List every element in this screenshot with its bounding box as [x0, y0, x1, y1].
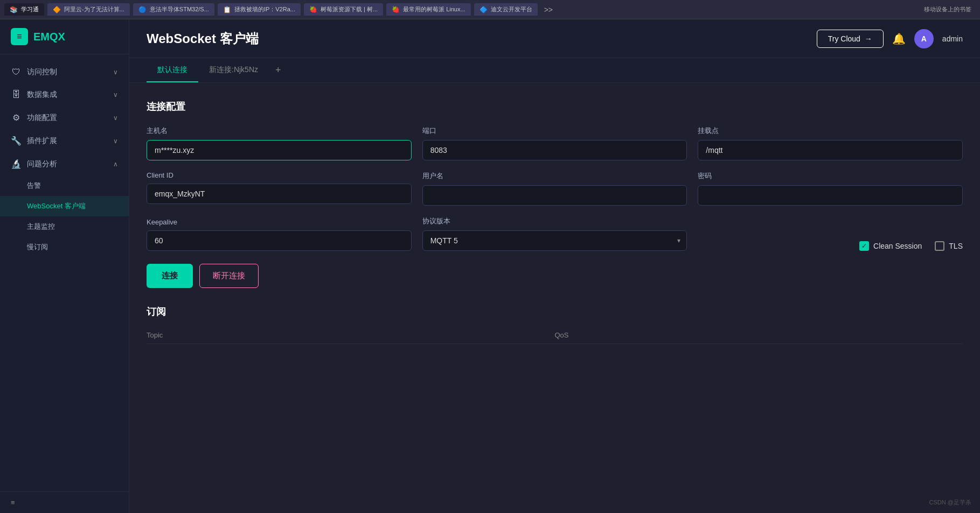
browser-tab-0[interactable]: 📚 学习通 [4, 3, 44, 16]
chevron-down-icon-1: ∨ [113, 91, 118, 99]
sidebar-item-problem-analysis[interactable]: 🔬 问题分析 ∧ [0, 152, 129, 175]
tab-more[interactable]: >> [541, 5, 556, 14]
connection-config-section: 连接配置 主机名 端口 挂载点 [147, 100, 963, 288]
keepalive-input[interactable] [147, 230, 412, 251]
sidebar-item-label-function-config: 功能配置 [27, 113, 108, 123]
app-layout: ≡ EMQX 🛡 访问控制 ∨ 🗄 数据集成 ∨ ⚙ 功能配置 ∨ [0, 19, 980, 513]
bell-icon[interactable]: 🔔 [892, 32, 906, 45]
page-title: WebSocket 客户端 [147, 30, 259, 47]
sidebar-item-data-integration[interactable]: 🗄 数据集成 ∨ [0, 83, 129, 106]
tab-label-new: 新连接:Njk5Nz [209, 65, 258, 74]
tab-icon-4: 🍓 [309, 6, 317, 13]
sidebar-item-label-problem-analysis: 问题分析 [27, 159, 108, 169]
tls-group: TLS [935, 241, 963, 251]
chevron-down-icon-2: ∨ [113, 114, 118, 122]
sidebar-subitem-websocket[interactable]: WebSocket 客户端 [0, 196, 129, 216]
sidebar-subitem-slow-subscribe[interactable]: 慢订阅 [0, 237, 129, 257]
content-area: 连接配置 主机名 端口 挂载点 [129, 83, 980, 513]
connect-button[interactable]: 连接 [147, 264, 193, 288]
header-actions: Try Cloud → 🔔 A admin [817, 29, 963, 48]
sidebar-item-label-data-integration: 数据集成 [27, 90, 108, 100]
browser-tab-5[interactable]: 🍓 最常用的树莓派 Linux... [386, 3, 471, 16]
port-input[interactable] [422, 140, 687, 160]
sidebar-item-label-access-control: 访问控制 [27, 67, 108, 77]
tab-icon-1: 🔶 [53, 6, 61, 13]
qos-column-header: QoS [555, 331, 963, 339]
protocol-group: 协议版本 MQTT 3.1 MQTT 3.1.1 MQTT 5 ▾ [422, 216, 687, 251]
config-row-3: Keepalive 协议版本 MQTT 3.1 MQTT 3.1.1 MQTT … [147, 216, 963, 251]
browser-tab-2[interactable]: 🔵 意法半导体STM32/S... [133, 3, 214, 16]
tabs-bar: 默认连接 新连接:Njk5Nz + [129, 58, 980, 83]
sidebar-collapse-button[interactable]: ≡ [0, 491, 129, 513]
browser-tab-6[interactable]: 🔷 迪文云开发平台 [474, 3, 538, 16]
tab-label-6: 迪文云开发平台 [491, 5, 532, 13]
tab-add-button[interactable]: + [269, 58, 288, 82]
protocol-label: 协议版本 [422, 216, 687, 226]
sidebar-item-plugin-extend[interactable]: 🔧 插件扩展 ∨ [0, 129, 129, 152]
clean-session-label: Clean Session [873, 242, 922, 250]
clean-session-group: ✓ Clean Session [859, 241, 922, 251]
sidebar-subitem-label-slow-subscribe: 慢订阅 [27, 242, 48, 252]
try-cloud-button[interactable]: Try Cloud → [817, 30, 884, 48]
sidebar-item-access-control[interactable]: 🛡 访问控制 ∨ [0, 61, 129, 83]
collapse-icon: ≡ [11, 498, 15, 507]
tab-label-default: 默认连接 [157, 65, 187, 74]
mobile-bookmark[interactable]: 移动设备上的书签 [920, 5, 976, 13]
keepalive-label: Keepalive [147, 218, 412, 226]
port-group: 端口 [422, 126, 687, 160]
buttons-row: 连接 断开连接 [147, 264, 963, 288]
chevron-down-icon-3: ∨ [113, 137, 118, 145]
sidebar-subitem-label-websocket: WebSocket 客户端 [27, 201, 86, 211]
try-cloud-label: Try Cloud [828, 34, 860, 43]
tab-icon-3: 📋 [223, 6, 231, 13]
password-input[interactable] [698, 185, 963, 206]
username-input[interactable] [422, 185, 687, 206]
tab-new-connection[interactable]: 新连接:Njk5Nz [198, 59, 269, 82]
clean-session-checkbox[interactable]: ✓ [859, 241, 869, 251]
browser-tab-4[interactable]: 🍓 树莓派资源下载 | 树... [304, 3, 383, 16]
tls-checkbox[interactable] [935, 241, 944, 251]
hostname-input[interactable] [147, 140, 412, 160]
tab-icon-0: 📚 [10, 6, 18, 13]
config-row-1: 主机名 端口 挂载点 [147, 126, 963, 160]
username-label: 用户名 [422, 171, 687, 181]
sidebar-subitem-label-alert: 告警 [27, 181, 41, 191]
sidebar-item-label-plugin-extend: 插件扩展 [27, 136, 108, 146]
subscribe-section: 订阅 Topic QoS [147, 305, 963, 344]
chevron-down-icon-0: ∨ [113, 68, 118, 76]
username-group: 用户名 [422, 171, 687, 206]
port-label: 端口 [422, 126, 687, 136]
browser-tab-1[interactable]: 🔶 阿里云-为了无法计算... [47, 3, 130, 16]
mount-input[interactable] [698, 140, 963, 160]
mount-label: 挂载点 [698, 126, 963, 136]
sidebar-subitem-alert[interactable]: 告警 [0, 175, 129, 196]
user-avatar[interactable]: A [914, 29, 934, 48]
main-content: WebSocket 客户端 Try Cloud → 🔔 A admin 默认连接… [129, 19, 980, 513]
tab-label-4: 树莓派资源下载 | 树... [321, 5, 378, 13]
sidebar-subitem-label-topic-monitor: 主题监控 [27, 222, 55, 231]
logo-text: EMQX [33, 31, 65, 43]
sidebar-item-function-config[interactable]: ⚙ 功能配置 ∨ [0, 106, 129, 129]
subscribe-table-header: Topic QoS [147, 327, 963, 344]
mount-group: 挂载点 [698, 126, 963, 160]
plugin-icon: 🔧 [11, 136, 22, 146]
browser-tab-3[interactable]: 📋 拯救被墙的IP：V2Ra... [218, 3, 301, 16]
tab-icon-5: 🍓 [392, 6, 400, 13]
protocol-select[interactable]: MQTT 3.1 MQTT 3.1.1 MQTT 5 [422, 230, 687, 251]
config-row-2: Client ID 用户名 密码 [147, 171, 963, 206]
tab-default-connection[interactable]: 默认连接 [147, 59, 198, 82]
client-id-input[interactable] [147, 184, 412, 204]
sidebar-nav: 🛡 访问控制 ∨ 🗄 数据集成 ∨ ⚙ 功能配置 ∨ 🔧 插件扩展 ∨ [0, 54, 129, 491]
database-icon: 🗄 [11, 90, 22, 100]
sidebar-logo: ≡ EMQX [0, 19, 129, 54]
tab-icon-6: 🔷 [479, 6, 488, 13]
chevron-up-icon-4: ∧ [113, 160, 118, 168]
sidebar-subitem-topic-monitor[interactable]: 主题监控 [0, 216, 129, 237]
user-name[interactable]: admin [942, 34, 963, 43]
tab-label-0: 学习通 [21, 5, 39, 13]
password-label: 密码 [698, 171, 963, 181]
browser-chrome: 📚 学习通 🔶 阿里云-为了无法计算... 🔵 意法半导体STM32/S... … [0, 0, 980, 19]
options-row: ✓ Clean Session TLS [698, 237, 963, 251]
subscribe-title: 订阅 [147, 305, 963, 318]
disconnect-button[interactable]: 断开连接 [199, 264, 259, 288]
